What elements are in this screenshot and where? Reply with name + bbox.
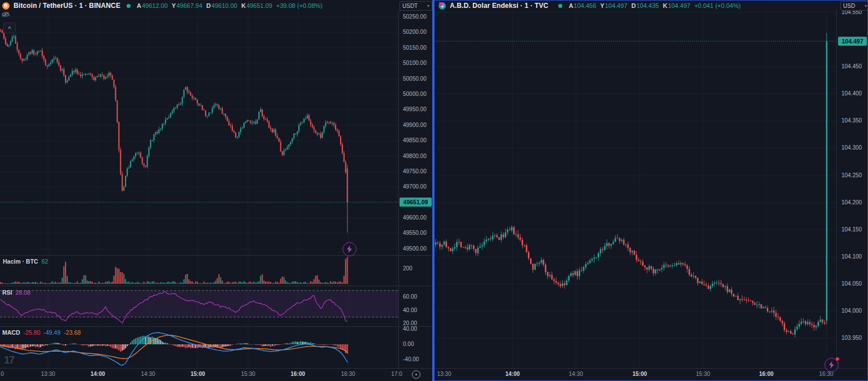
price-tick-label: 49750.00 (403, 168, 427, 174)
quote-field: Y104.497 (600, 2, 627, 9)
volume-pane-label: Hacim · BTC 62 (3, 258, 48, 265)
price-tick-label: -40.00 (403, 356, 419, 362)
right-currency-label: USD (843, 3, 855, 9)
quick-trade-lightning-button[interactable] (824, 358, 839, 372)
price-tick-label: 50050.00 (403, 76, 427, 82)
tradingview-multichart: B Bitcoin / TetherUS · 1 · BINANCE A4961… (0, 0, 868, 381)
time-tick-label: 15:00 (632, 371, 647, 377)
right-time-axis[interactable]: 13:3014:0014:3015:0015:3016:0016:30 (0, 368, 868, 381)
left-ohlc-readout: A49612.00Y49667.94D49610.00K49651.09+39.… (137, 2, 323, 9)
left-chart-header: B Bitcoin / TetherUS · 1 · BINANCE A4961… (2, 2, 323, 10)
right-symbol-title[interactable]: A.B.D. Dolar Endeksi · 1 · TVC (450, 2, 548, 10)
left-currency-dropdown[interactable]: USDT ▾ (400, 1, 432, 11)
right-price-axis[interactable]: 104.550104.450104.400104.350104.300104.2… (837, 0, 868, 368)
price-tick-label: 104.100 (841, 253, 862, 260)
price-tick-label: 0.00 (403, 341, 414, 347)
price-tick-label: 49600.00 (403, 214, 427, 221)
price-tick-label: 200 (403, 265, 413, 271)
price-tick-label: 104.450 (841, 63, 862, 69)
left-indicator-row: MA (2, 11, 15, 17)
price-tick-label: 49700.00 (403, 183, 427, 190)
price-tick-label: 104.150 (841, 226, 862, 233)
left-last-price-chip: 49651.09 (400, 198, 432, 207)
rsi-value: 28.08 (16, 289, 31, 296)
quote-change: +0.041 (+0.04%) (695, 2, 741, 9)
macd-signal-value: -23.68 (64, 329, 81, 336)
left-symbol-title[interactable]: Bitcoin / TetherUS · 1 · BINANCE (14, 2, 120, 10)
quote-field: K104.497 (663, 2, 691, 9)
time-tick-label: 14:00 (505, 371, 520, 377)
volume-label[interactable]: Hacim · BTC (3, 258, 38, 265)
price-tick-label: 50000.00 (403, 91, 427, 97)
dxy-chart-canvas[interactable] (434, 0, 868, 381)
right-chart-header: $ A.B.D. Dolar Endeksi · 1 · TVC A104.45… (439, 2, 741, 10)
price-tick-label: 104.300 (841, 144, 862, 151)
price-tick-label: 104.400 (841, 90, 862, 97)
btc-chart-canvas[interactable] (0, 0, 434, 381)
bitcoin-logo-icon: B (2, 2, 10, 10)
left-price-axis[interactable]: 50250.0050200.0050150.0050100.0050050.00… (399, 0, 434, 368)
time-tick-label: 15:30 (696, 371, 710, 377)
quote-change: +39.08 (+0.08%) (276, 2, 323, 9)
price-tick-label: 50150.00 (403, 45, 427, 51)
chevron-down-icon: ▾ (865, 3, 867, 8)
price-tick-label: 49550.00 (403, 230, 427, 236)
right-ohlc-readout: A104.456Y104.497D104.435K104.497+0.041 (… (568, 2, 740, 9)
market-status-icon (127, 4, 131, 8)
quote-field: D104.435 (631, 2, 659, 9)
price-tick-label: 104.050 (841, 281, 862, 287)
price-tick-label: 49800.00 (403, 153, 427, 159)
quote-field: A104.456 (568, 2, 596, 9)
volume-value: 62 (41, 258, 48, 265)
right-currency-dropdown[interactable]: USD ▾ (840, 1, 868, 11)
price-tick-label: 50100.00 (403, 60, 427, 66)
quote-field: D49610.00 (206, 2, 237, 9)
timezone-clock-icon[interactable] (412, 370, 420, 379)
price-tick-label: 50250.00 (403, 14, 427, 20)
price-tick-label: 49900.00 (403, 122, 427, 128)
time-tick-label: 13:30 (437, 371, 451, 377)
macd-label[interactable]: MACD (2, 329, 20, 336)
quote-field: K49651.09 (241, 2, 272, 9)
tradingview-watermark: 17 (4, 354, 14, 366)
quote-field: Y49667.94 (172, 2, 202, 9)
collapse-panes-button[interactable]: ^ (3, 23, 16, 33)
price-tick-label: 50200.00 (403, 29, 427, 35)
price-tick-label: 104.000 (841, 308, 862, 314)
price-tick-label: 49950.00 (403, 106, 427, 112)
right-last-price-chip: 104.497 (838, 37, 867, 46)
market-status-icon (558, 4, 562, 8)
time-tick-label: 16:00 (759, 371, 774, 377)
left-currency-label: USDT (402, 3, 418, 9)
price-tick-label: 40.00 (403, 307, 417, 313)
price-tick-label: 49850.00 (403, 137, 427, 143)
price-tick-label: 60.00 (403, 294, 417, 300)
panel-divider[interactable] (432, 0, 434, 381)
rsi-pane-label: RSI 28.08 (2, 289, 31, 296)
chevron-down-icon: ▾ (427, 3, 429, 8)
price-tick-label: 104.200 (841, 199, 862, 205)
price-tick-label: 104.350 (841, 117, 862, 124)
price-tick-label: 104.250 (841, 172, 862, 178)
price-tick-label: 40.00 (403, 326, 417, 332)
price-tick-label: 103.950 (841, 335, 862, 341)
rsi-label[interactable]: RSI (2, 289, 12, 296)
notification-dot (836, 357, 839, 361)
macd-hist-value: -25.80 (24, 329, 41, 336)
price-tick-label: 49500.00 (403, 246, 427, 252)
quick-trade-lightning-button[interactable] (342, 242, 357, 256)
quote-field: A49612.00 (137, 2, 168, 9)
time-tick-label: 14:30 (568, 371, 583, 377)
macd-line-value: -49.49 (44, 329, 60, 336)
macd-pane-label: MACD -25.80 -49.49 -23.68 (2, 329, 81, 336)
